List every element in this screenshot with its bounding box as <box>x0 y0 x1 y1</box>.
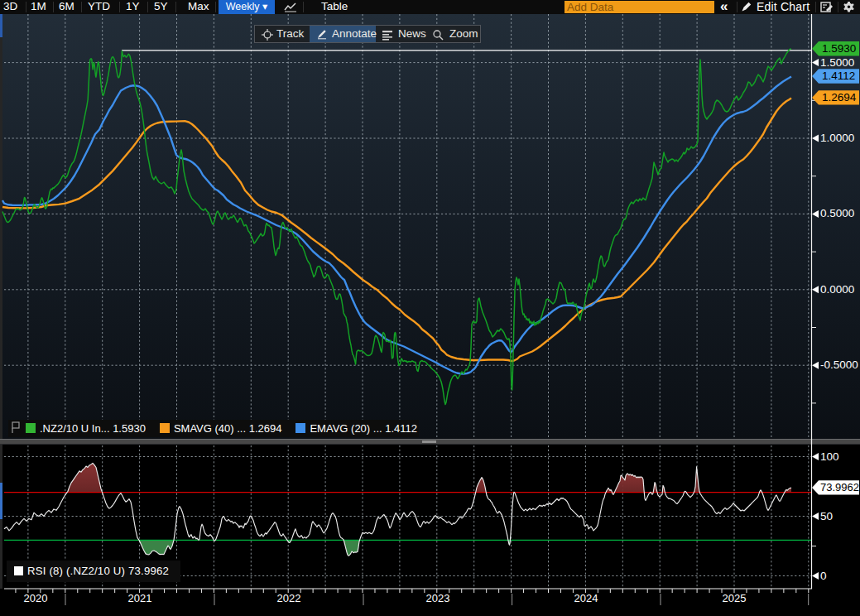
svg-text:2020: 2020 <box>24 592 48 604</box>
svg-text:1.5000: 1.5000 <box>820 56 854 69</box>
svg-text:100: 100 <box>820 450 839 463</box>
svg-text:0.0000: 0.0000 <box>820 283 854 296</box>
svg-text:1.4112: 1.4112 <box>822 70 855 82</box>
svg-text:2021: 2021 <box>128 592 152 604</box>
svg-text:2022: 2022 <box>277 592 301 604</box>
svg-text:1.0000: 1.0000 <box>820 132 854 144</box>
svg-text:2023: 2023 <box>426 592 450 604</box>
svg-text:73.9962: 73.9962 <box>820 481 859 493</box>
svg-text:0.5000: 0.5000 <box>820 207 854 219</box>
svg-text:50: 50 <box>820 510 833 522</box>
svg-text:0: 0 <box>820 570 827 582</box>
svg-text:-0.5000: -0.5000 <box>820 359 858 371</box>
svg-text:2024: 2024 <box>574 592 598 604</box>
svg-text:1.2694: 1.2694 <box>822 91 857 103</box>
svg-text:2025: 2025 <box>723 592 747 604</box>
svg-text:1.5930: 1.5930 <box>822 42 856 55</box>
